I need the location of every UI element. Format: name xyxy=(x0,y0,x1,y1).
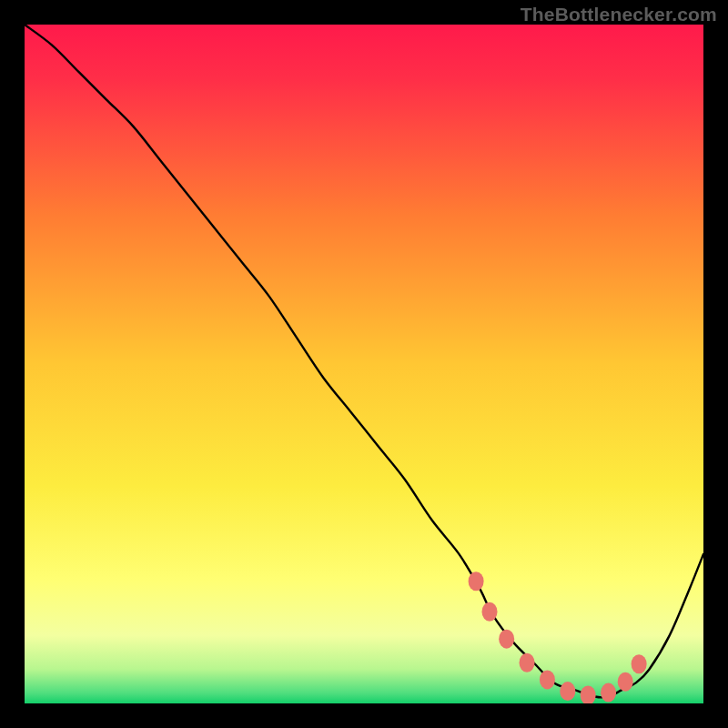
optimal-range-dots xyxy=(469,571,647,703)
marker-dot xyxy=(581,686,596,703)
plot-area xyxy=(25,25,703,703)
marker-dot xyxy=(632,654,647,673)
watermark-text: TheBottlenecker.com xyxy=(521,4,717,25)
marker-dot xyxy=(499,630,514,649)
marker-dot xyxy=(482,602,498,622)
bottleneck-curve xyxy=(25,25,703,697)
marker-dot xyxy=(560,682,575,701)
marker-dot xyxy=(540,670,555,689)
marker-dot xyxy=(601,683,616,703)
marker-dot xyxy=(618,672,633,692)
marker-dot xyxy=(469,571,484,591)
marker-dot xyxy=(520,653,535,672)
curve-layer xyxy=(25,25,703,703)
chart-frame: TheBottlenecker.com xyxy=(0,0,728,728)
